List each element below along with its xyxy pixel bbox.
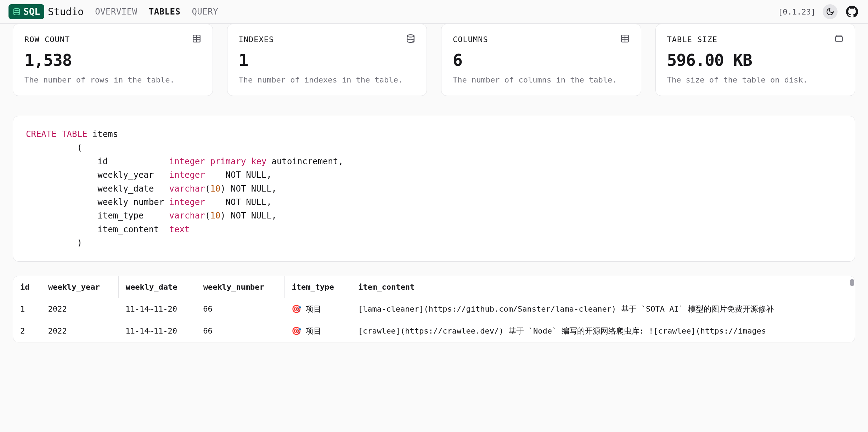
col-weekly-number[interactable]: weekly_number bbox=[196, 276, 284, 298]
card-value: 596.00 KB bbox=[667, 51, 844, 70]
col-weekly-date[interactable]: weekly_date bbox=[118, 276, 196, 298]
header-right: [0.1.23] bbox=[778, 4, 859, 19]
sql-schema-panel: CREATE TABLE items ( id integer primary … bbox=[13, 116, 855, 262]
table-row[interactable]: 2 2022 11-14~11-20 66 🎯 项目 [crawlee](htt… bbox=[13, 320, 855, 342]
card-desc: The number of indexes in the table. bbox=[239, 74, 416, 86]
card-value: 1,538 bbox=[24, 51, 201, 70]
cell-id: 1 bbox=[13, 298, 41, 320]
table-icon bbox=[192, 34, 201, 45]
col-weekly-year[interactable]: weekly_year bbox=[41, 276, 119, 298]
cell-weekly-number: 66 bbox=[196, 298, 284, 320]
svg-point-0 bbox=[14, 8, 20, 11]
card-label: COLUMNS bbox=[453, 35, 488, 44]
col-item-content[interactable]: item_content bbox=[351, 276, 855, 298]
cell-item-content: [crawlee](https://crawlee.dev/) 基于 `Node… bbox=[351, 320, 855, 342]
card-table-size: TABLE SIZE 596.00 KB The size of the tab… bbox=[655, 24, 856, 96]
cell-weekly-year: 2022 bbox=[41, 320, 119, 342]
header-left: SQL Studio OVERVIEW TABLES QUERY bbox=[9, 4, 218, 19]
app-logo[interactable]: SQL Studio bbox=[9, 4, 84, 19]
card-indexes: INDEXES 1 The number of indexes in the t… bbox=[227, 24, 427, 96]
logo-text: Studio bbox=[48, 6, 84, 18]
col-id[interactable]: id bbox=[13, 276, 41, 298]
sql-tablename: items bbox=[92, 129, 118, 139]
card-label: INDEXES bbox=[239, 35, 274, 44]
columns-icon bbox=[620, 34, 630, 45]
col-item-type[interactable]: item_type bbox=[284, 276, 351, 298]
moon-icon bbox=[826, 7, 834, 16]
card-desc: The size of the table on disk. bbox=[667, 74, 844, 86]
logo-badge: SQL bbox=[9, 4, 44, 19]
database-icon bbox=[13, 8, 21, 16]
card-desc: The number of columns in the table. bbox=[453, 74, 630, 86]
card-label: TABLE SIZE bbox=[667, 35, 717, 44]
cell-weekly-date: 11-14~11-20 bbox=[118, 320, 196, 342]
cell-item-type: 🎯 项目 bbox=[284, 298, 351, 320]
stat-cards: ROW COUNT 1,538 The number of rows in th… bbox=[0, 24, 868, 109]
table-row[interactable]: 1 2022 11-14~11-20 66 🎯 项目 [lama-cleaner… bbox=[13, 298, 855, 320]
cell-id: 2 bbox=[13, 320, 41, 342]
data-table-panel: id weekly_year weekly_date weekly_number… bbox=[13, 276, 855, 342]
main-nav: OVERVIEW TABLES QUERY bbox=[95, 7, 218, 17]
logo-badge-text: SQL bbox=[23, 6, 40, 17]
theme-toggle-button[interactable] bbox=[823, 4, 838, 19]
card-columns: COLUMNS 6 The number of columns in the t… bbox=[441, 24, 641, 96]
hard-drive-icon bbox=[834, 34, 844, 45]
version-label: [0.1.23] bbox=[778, 7, 816, 16]
cell-weekly-date: 11-14~11-20 bbox=[118, 298, 196, 320]
svg-point-5 bbox=[407, 35, 414, 37]
github-icon bbox=[846, 6, 858, 18]
cell-item-type: 🎯 项目 bbox=[284, 320, 351, 342]
card-row-count: ROW COUNT 1,538 The number of rows in th… bbox=[13, 24, 213, 96]
card-desc: The number of rows in the table. bbox=[24, 74, 201, 86]
data-table: id weekly_year weekly_date weekly_number… bbox=[13, 276, 855, 342]
cell-weekly-year: 2022 bbox=[41, 298, 119, 320]
nav-query[interactable]: QUERY bbox=[192, 7, 218, 17]
table-header-row: id weekly_year weekly_date weekly_number… bbox=[13, 276, 855, 298]
app-header: SQL Studio OVERVIEW TABLES QUERY [0.1.23… bbox=[0, 0, 868, 24]
database-bolt-icon bbox=[406, 34, 415, 45]
card-value: 6 bbox=[453, 51, 630, 70]
sql-keyword: CREATE TABLE bbox=[26, 129, 87, 139]
nav-tables[interactable]: TABLES bbox=[149, 7, 181, 17]
card-value: 1 bbox=[239, 51, 416, 70]
cell-item-content: [lama-cleaner](https://github.com/Sanste… bbox=[351, 298, 855, 320]
card-label: ROW COUNT bbox=[24, 35, 70, 44]
cell-weekly-number: 66 bbox=[196, 320, 284, 342]
scrollbar-thumb[interactable] bbox=[850, 279, 854, 286]
github-link[interactable] bbox=[845, 4, 859, 19]
nav-overview[interactable]: OVERVIEW bbox=[95, 7, 137, 17]
sql-code: CREATE TABLE items ( id integer primary … bbox=[26, 127, 842, 250]
